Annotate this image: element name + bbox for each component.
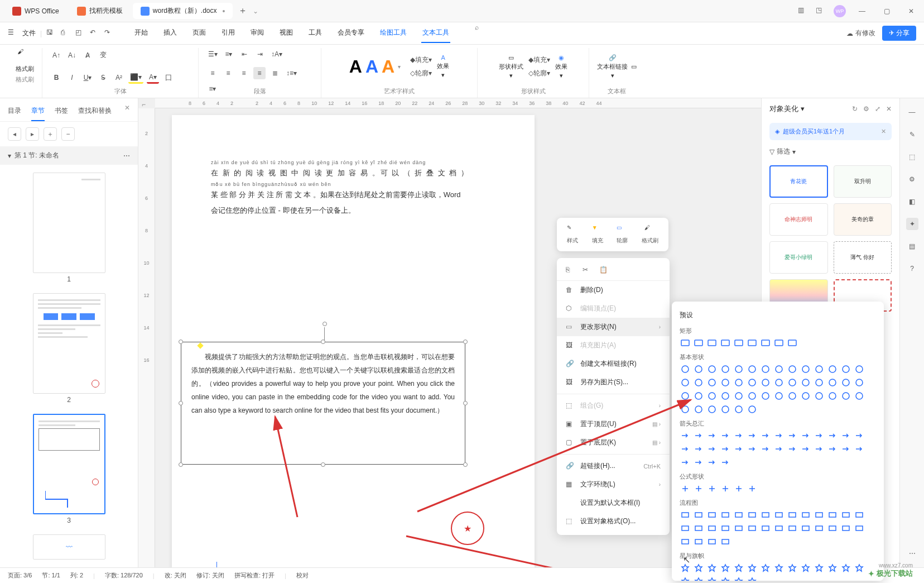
shape-option[interactable] [773, 337, 785, 348]
shape-option[interactable] [733, 509, 744, 520]
redo-icon[interactable]: ↷ [104, 28, 114, 39]
close-button[interactable]: ✕ [903, 3, 920, 20]
shape-option[interactable] [693, 364, 704, 375]
shape-option[interactable] [854, 509, 865, 520]
rs-select-icon[interactable]: ⬚ [906, 151, 918, 163]
search-icon[interactable]: ⌕ [475, 23, 485, 34]
text-fill-button[interactable]: ◆ 填充 ▾ [408, 54, 434, 66]
shape-option[interactable] [827, 509, 838, 520]
shape-option[interactable] [800, 443, 811, 455]
shape-option[interactable] [800, 364, 811, 375]
rs-minus-icon[interactable]: — [906, 106, 918, 118]
sidebar-toggle-icon[interactable]: ▥ [798, 6, 808, 16]
shape-option[interactable] [733, 364, 744, 375]
expand-icon[interactable]: ⤢ [875, 105, 880, 113]
close-icon[interactable]: • [223, 7, 225, 16]
shape-option[interactable] [733, 377, 744, 388]
handle-ml[interactable] [179, 401, 183, 405]
add-tab-button[interactable]: ＋ [235, 3, 251, 19]
shape-option[interactable] [827, 377, 838, 388]
cm-hyperlink[interactable]: 🔗超链接(H)...Ctrl+K [557, 457, 670, 475]
menu-icon[interactable]: ☰ [8, 28, 18, 39]
sb-page[interactable]: 页面: 3/6 [8, 571, 32, 580]
shape-option[interactable] [693, 404, 704, 415]
template-item[interactable]: 双升明 [834, 165, 892, 198]
filter-button[interactable]: ▽筛选 ▾ [762, 144, 899, 160]
shape-option[interactable] [680, 483, 691, 494]
print-icon[interactable]: ⎙ [61, 28, 71, 39]
shape-option[interactable] [854, 364, 865, 375]
shape-option[interactable] [693, 430, 704, 441]
handle-tr[interactable] [463, 340, 468, 344]
align-right-icon[interactable]: ≡ [238, 67, 250, 79]
shape-option[interactable] [693, 457, 704, 468]
copy-icon[interactable]: ⎘ [566, 266, 575, 275]
shape-fill-button[interactable]: ◆ 填充 ▾ [527, 54, 552, 66]
shape-option[interactable] [747, 377, 758, 388]
shape-option[interactable] [733, 443, 744, 455]
doc-tab[interactable]: word教程（新）.docx• [133, 3, 233, 19]
shape-option[interactable] [733, 337, 744, 348]
sb-section[interactable]: 节: 1/1 [42, 571, 60, 580]
shape-option[interactable] [733, 430, 744, 441]
shape-option[interactable] [827, 523, 838, 534]
shape-option[interactable] [827, 443, 838, 455]
shape-option[interactable] [760, 337, 771, 348]
thumb-1[interactable] [33, 173, 105, 273]
ruler-vertical[interactable]: 246810121416 [138, 108, 155, 567]
shape-option[interactable] [840, 430, 851, 441]
shape-option[interactable] [747, 404, 758, 415]
shape-option[interactable] [787, 377, 798, 388]
line-spacing-icon[interactable]: ↕≡▾ [285, 67, 299, 79]
shape-option[interactable] [720, 377, 731, 388]
shape-option[interactable] [840, 377, 851, 388]
shape-option[interactable] [693, 536, 704, 547]
shape-option[interactable] [787, 523, 798, 534]
shape-option[interactable] [693, 483, 704, 494]
page[interactable]: zài xīn de yuè dú shì tú zhōng yuè dú gè… [172, 115, 535, 567]
rp-close-icon[interactable]: ✕ [886, 105, 892, 113]
sb-column[interactable]: 列: 2 [70, 571, 83, 580]
shape-option[interactable] [814, 562, 825, 574]
shape-option[interactable] [733, 483, 744, 494]
shape-style-button[interactable]: ▭形状样式▾ [499, 54, 523, 79]
shape-option[interactable] [680, 364, 691, 375]
promo-banner[interactable]: ◈超级会员买1年送1个月✕ [769, 123, 892, 140]
shape-option[interactable] [814, 509, 825, 520]
rs-beautify-icon[interactable]: ✦ [906, 218, 918, 230]
tab-tools[interactable]: 工具 [307, 23, 323, 43]
lp-tab-find[interactable]: 查找和替换 [78, 104, 112, 121]
preview-icon[interactable]: ◰ [75, 28, 85, 39]
italic-button[interactable]: I [66, 71, 78, 84]
shape-option[interactable] [747, 562, 758, 574]
shape-option[interactable] [733, 523, 744, 534]
shape-option[interactable] [706, 483, 718, 494]
shape-option[interactable] [733, 576, 744, 581]
shape-option[interactable] [720, 390, 731, 402]
shape-option[interactable] [720, 562, 731, 574]
shape-option[interactable] [680, 443, 691, 455]
shape-option[interactable] [693, 562, 704, 574]
sb-changes[interactable]: 改: 关闭 [165, 571, 186, 580]
textbox[interactable]: 视频提供了功能强大的方法帮助您证明您的观点。当您单击联机视频时，可以在想要添加的… [181, 342, 465, 465]
refresh-icon[interactable]: ↻ [852, 105, 858, 113]
bullet-list-icon[interactable]: ☰▾ [206, 48, 219, 60]
tab-view[interactable]: 视图 [278, 23, 294, 43]
shape-option[interactable] [693, 443, 704, 455]
para-spacing-icon[interactable]: ≡▾ [206, 83, 219, 95]
cm-set-default[interactable]: 设置为默认文本框(I) [557, 494, 670, 512]
wordart-style-2[interactable]: A [365, 56, 378, 77]
shape-option[interactable] [693, 377, 704, 388]
shape-option[interactable] [720, 337, 731, 348]
shape-option[interactable] [720, 576, 731, 581]
tab-reference[interactable]: 引用 [220, 23, 236, 43]
save-icon[interactable]: 🖫 [46, 28, 56, 39]
wordart-style-1[interactable]: A [349, 56, 362, 77]
shape-option[interactable] [814, 390, 825, 402]
template-item[interactable]: 命神志师明 [769, 203, 828, 236]
shape-option[interactable] [680, 457, 691, 468]
shape-option[interactable] [760, 430, 771, 441]
template-item[interactable]: 青花瓷 [769, 165, 828, 198]
shape-option[interactable] [720, 430, 731, 441]
template-item[interactable]: 爱哥小绿明 [769, 241, 828, 274]
